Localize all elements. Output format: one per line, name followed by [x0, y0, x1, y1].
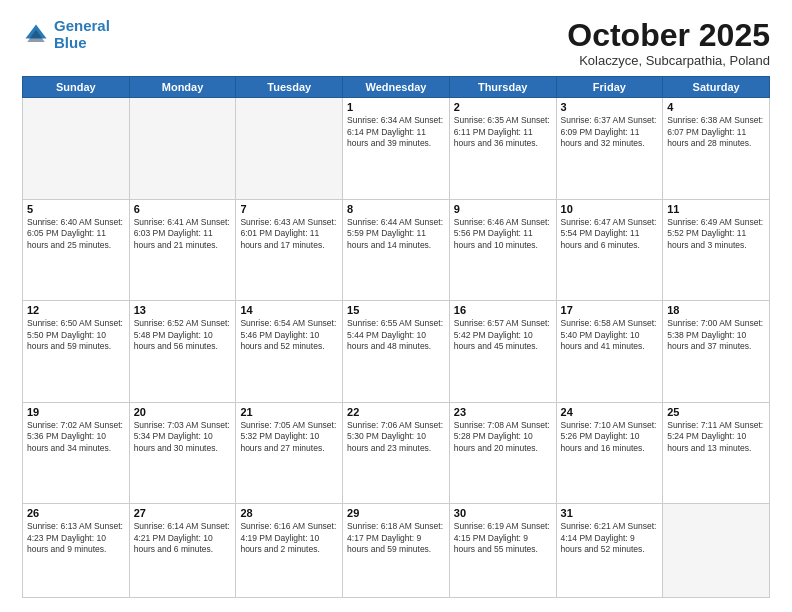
day-cell: 18Sunrise: 7:00 AM Sunset: 5:38 PM Dayli… — [663, 301, 770, 403]
day-info: Sunrise: 6:38 AM Sunset: 6:07 PM Dayligh… — [667, 115, 765, 149]
day-info: Sunrise: 7:10 AM Sunset: 5:26 PM Dayligh… — [561, 420, 659, 454]
day-info: Sunrise: 7:00 AM Sunset: 5:38 PM Dayligh… — [667, 318, 765, 352]
day-number: 23 — [454, 406, 552, 418]
day-number: 29 — [347, 507, 445, 519]
day-cell: 21Sunrise: 7:05 AM Sunset: 5:32 PM Dayli… — [236, 402, 343, 504]
location-subtitle: Kolaczyce, Subcarpathia, Poland — [567, 53, 770, 68]
day-info: Sunrise: 6:52 AM Sunset: 5:48 PM Dayligh… — [134, 318, 232, 352]
day-cell: 23Sunrise: 7:08 AM Sunset: 5:28 PM Dayli… — [449, 402, 556, 504]
day-number: 4 — [667, 101, 765, 113]
day-info: Sunrise: 6:50 AM Sunset: 5:50 PM Dayligh… — [27, 318, 125, 352]
day-cell: 9Sunrise: 6:46 AM Sunset: 5:56 PM Daylig… — [449, 199, 556, 301]
day-info: Sunrise: 6:54 AM Sunset: 5:46 PM Dayligh… — [240, 318, 338, 352]
day-info: Sunrise: 6:19 AM Sunset: 4:15 PM Dayligh… — [454, 521, 552, 555]
day-number: 10 — [561, 203, 659, 215]
day-info: Sunrise: 6:13 AM Sunset: 4:23 PM Dayligh… — [27, 521, 125, 555]
day-cell: 4Sunrise: 6:38 AM Sunset: 6:07 PM Daylig… — [663, 98, 770, 200]
day-number: 5 — [27, 203, 125, 215]
day-info: Sunrise: 6:44 AM Sunset: 5:59 PM Dayligh… — [347, 217, 445, 251]
day-cell: 7Sunrise: 6:43 AM Sunset: 6:01 PM Daylig… — [236, 199, 343, 301]
day-number: 9 — [454, 203, 552, 215]
day-info: Sunrise: 6:47 AM Sunset: 5:54 PM Dayligh… — [561, 217, 659, 251]
week-row-5: 26Sunrise: 6:13 AM Sunset: 4:23 PM Dayli… — [23, 504, 770, 598]
month-title: October 2025 — [567, 18, 770, 53]
day-number: 26 — [27, 507, 125, 519]
day-cell: 30Sunrise: 6:19 AM Sunset: 4:15 PM Dayli… — [449, 504, 556, 598]
day-info: Sunrise: 6:58 AM Sunset: 5:40 PM Dayligh… — [561, 318, 659, 352]
day-number: 15 — [347, 304, 445, 316]
day-number: 11 — [667, 203, 765, 215]
day-cell: 13Sunrise: 6:52 AM Sunset: 5:48 PM Dayli… — [129, 301, 236, 403]
day-number: 22 — [347, 406, 445, 418]
day-number: 21 — [240, 406, 338, 418]
logo-line1: General — [54, 17, 110, 34]
week-row-3: 12Sunrise: 6:50 AM Sunset: 5:50 PM Dayli… — [23, 301, 770, 403]
day-info: Sunrise: 7:11 AM Sunset: 5:24 PM Dayligh… — [667, 420, 765, 454]
day-cell: 6Sunrise: 6:41 AM Sunset: 6:03 PM Daylig… — [129, 199, 236, 301]
day-info: Sunrise: 6:46 AM Sunset: 5:56 PM Dayligh… — [454, 217, 552, 251]
day-number: 24 — [561, 406, 659, 418]
day-cell — [23, 98, 130, 200]
day-number: 31 — [561, 507, 659, 519]
day-number: 27 — [134, 507, 232, 519]
day-cell: 5Sunrise: 6:40 AM Sunset: 6:05 PM Daylig… — [23, 199, 130, 301]
day-info: Sunrise: 7:06 AM Sunset: 5:30 PM Dayligh… — [347, 420, 445, 454]
day-info: Sunrise: 6:21 AM Sunset: 4:14 PM Dayligh… — [561, 521, 659, 555]
day-cell: 22Sunrise: 7:06 AM Sunset: 5:30 PM Dayli… — [343, 402, 450, 504]
day-cell: 24Sunrise: 7:10 AM Sunset: 5:26 PM Dayli… — [556, 402, 663, 504]
calendar-table: Sunday Monday Tuesday Wednesday Thursday… — [22, 76, 770, 598]
col-sunday: Sunday — [23, 77, 130, 98]
day-number: 28 — [240, 507, 338, 519]
day-number: 30 — [454, 507, 552, 519]
day-number: 18 — [667, 304, 765, 316]
day-info: Sunrise: 6:49 AM Sunset: 5:52 PM Dayligh… — [667, 217, 765, 251]
header: General Blue October 2025 Kolaczyce, Sub… — [22, 18, 770, 68]
day-cell: 20Sunrise: 7:03 AM Sunset: 5:34 PM Dayli… — [129, 402, 236, 504]
day-cell: 19Sunrise: 7:02 AM Sunset: 5:36 PM Dayli… — [23, 402, 130, 504]
week-row-4: 19Sunrise: 7:02 AM Sunset: 5:36 PM Dayli… — [23, 402, 770, 504]
day-cell: 26Sunrise: 6:13 AM Sunset: 4:23 PM Dayli… — [23, 504, 130, 598]
day-info: Sunrise: 6:55 AM Sunset: 5:44 PM Dayligh… — [347, 318, 445, 352]
day-info: Sunrise: 6:34 AM Sunset: 6:14 PM Dayligh… — [347, 115, 445, 149]
day-cell: 31Sunrise: 6:21 AM Sunset: 4:14 PM Dayli… — [556, 504, 663, 598]
week-row-2: 5Sunrise: 6:40 AM Sunset: 6:05 PM Daylig… — [23, 199, 770, 301]
day-cell: 10Sunrise: 6:47 AM Sunset: 5:54 PM Dayli… — [556, 199, 663, 301]
col-friday: Friday — [556, 77, 663, 98]
day-cell: 27Sunrise: 6:14 AM Sunset: 4:21 PM Dayli… — [129, 504, 236, 598]
day-cell: 8Sunrise: 6:44 AM Sunset: 5:59 PM Daylig… — [343, 199, 450, 301]
day-number: 13 — [134, 304, 232, 316]
day-cell: 14Sunrise: 6:54 AM Sunset: 5:46 PM Dayli… — [236, 301, 343, 403]
day-number: 16 — [454, 304, 552, 316]
day-cell: 2Sunrise: 6:35 AM Sunset: 6:11 PM Daylig… — [449, 98, 556, 200]
day-number: 12 — [27, 304, 125, 316]
day-info: Sunrise: 6:16 AM Sunset: 4:19 PM Dayligh… — [240, 521, 338, 555]
day-info: Sunrise: 6:41 AM Sunset: 6:03 PM Dayligh… — [134, 217, 232, 251]
col-tuesday: Tuesday — [236, 77, 343, 98]
col-saturday: Saturday — [663, 77, 770, 98]
day-number: 19 — [27, 406, 125, 418]
day-cell: 1Sunrise: 6:34 AM Sunset: 6:14 PM Daylig… — [343, 98, 450, 200]
col-monday: Monday — [129, 77, 236, 98]
day-cell: 3Sunrise: 6:37 AM Sunset: 6:09 PM Daylig… — [556, 98, 663, 200]
day-number: 17 — [561, 304, 659, 316]
day-number: 6 — [134, 203, 232, 215]
day-info: Sunrise: 7:02 AM Sunset: 5:36 PM Dayligh… — [27, 420, 125, 454]
day-info: Sunrise: 6:37 AM Sunset: 6:09 PM Dayligh… — [561, 115, 659, 149]
day-info: Sunrise: 6:57 AM Sunset: 5:42 PM Dayligh… — [454, 318, 552, 352]
day-info: Sunrise: 7:05 AM Sunset: 5:32 PM Dayligh… — [240, 420, 338, 454]
calendar-header-row: Sunday Monday Tuesday Wednesday Thursday… — [23, 77, 770, 98]
day-cell: 15Sunrise: 6:55 AM Sunset: 5:44 PM Dayli… — [343, 301, 450, 403]
day-info: Sunrise: 6:40 AM Sunset: 6:05 PM Dayligh… — [27, 217, 125, 251]
day-cell: 11Sunrise: 6:49 AM Sunset: 5:52 PM Dayli… — [663, 199, 770, 301]
day-info: Sunrise: 6:18 AM Sunset: 4:17 PM Dayligh… — [347, 521, 445, 555]
day-cell: 12Sunrise: 6:50 AM Sunset: 5:50 PM Dayli… — [23, 301, 130, 403]
day-info: Sunrise: 6:35 AM Sunset: 6:11 PM Dayligh… — [454, 115, 552, 149]
day-cell: 17Sunrise: 6:58 AM Sunset: 5:40 PM Dayli… — [556, 301, 663, 403]
week-row-1: 1Sunrise: 6:34 AM Sunset: 6:14 PM Daylig… — [23, 98, 770, 200]
day-info: Sunrise: 7:03 AM Sunset: 5:34 PM Dayligh… — [134, 420, 232, 454]
day-cell: 16Sunrise: 6:57 AM Sunset: 5:42 PM Dayli… — [449, 301, 556, 403]
day-number: 3 — [561, 101, 659, 113]
page: General Blue October 2025 Kolaczyce, Sub… — [0, 0, 792, 612]
day-number: 14 — [240, 304, 338, 316]
logo-text: General Blue — [54, 18, 110, 51]
